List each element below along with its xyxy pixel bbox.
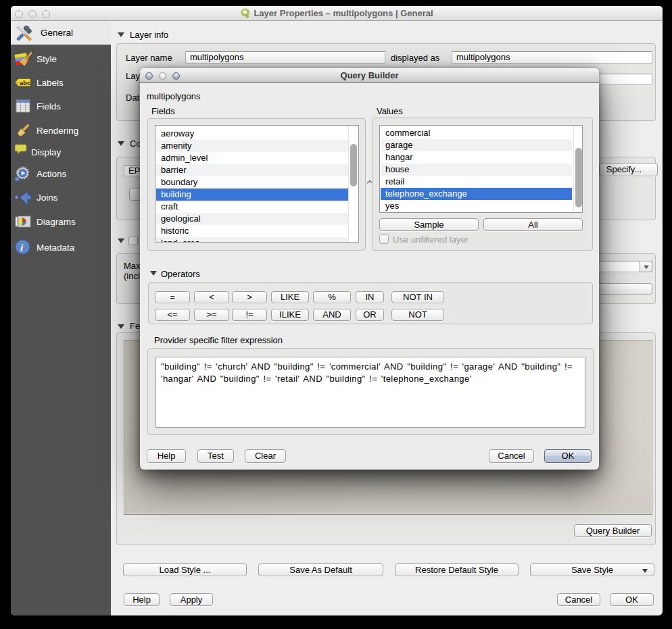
svg-text:abc: abc [20,79,30,86]
